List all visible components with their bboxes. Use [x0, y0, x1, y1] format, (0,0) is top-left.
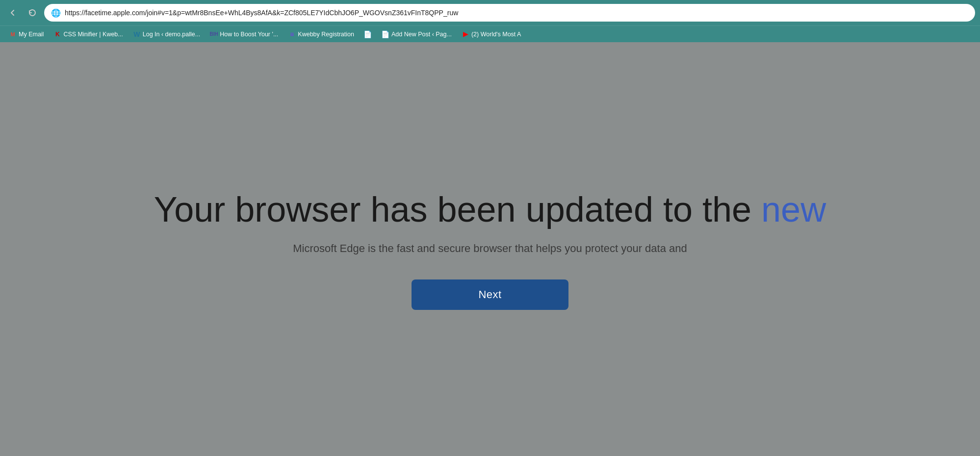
next-button[interactable]: Next: [412, 279, 568, 310]
headline-new-word: new: [761, 190, 826, 229]
refresh-button[interactable]: [25, 5, 40, 21]
browser-chrome: 🌐 M My Email K CSS Minifier | Kweb... W …: [0, 0, 980, 42]
bookmark-label: My Email: [19, 31, 44, 38]
main-content: Your browser has been updated to the new…: [0, 42, 980, 456]
bookmark-kwebby-registration[interactable]: ≡ Kwebby Registration: [284, 29, 358, 40]
bookmarks-bar: M My Email K CSS Minifier | Kweb... W Lo…: [0, 25, 980, 42]
bookmark-label: How to Boost Your '...: [220, 31, 278, 38]
bookmark-label: Add New Post ‹ Pag...: [391, 31, 452, 38]
bookmark-doc1[interactable]: 📄: [360, 29, 376, 40]
kwebby-k-icon: K: [53, 30, 61, 38]
globe-icon: 🌐: [51, 8, 61, 18]
address-bar[interactable]: [65, 9, 968, 17]
headline: Your browser has been updated to the new: [154, 188, 826, 230]
bookmark-how-to-boost[interactable]: BIH How to Boost Your '...: [206, 29, 282, 40]
nav-bar: 🌐: [0, 0, 980, 25]
subtitle: Microsoft Edge is the fast and secure br…: [293, 242, 687, 255]
youtube-icon: ▶: [462, 30, 469, 38]
document-icon-2: 📄: [382, 30, 389, 38]
gmail-icon: M: [9, 30, 17, 38]
bookmark-label: Kwebby Registration: [298, 31, 354, 38]
back-button[interactable]: [5, 5, 21, 21]
bookmark-add-new-post[interactable]: 📄 Add New Post ‹ Pag...: [378, 29, 456, 40]
bookmark-label: (2) World's Most A: [471, 31, 521, 38]
document-icon-1: 📄: [364, 30, 372, 38]
bookmark-label: Log In ‹ demo.palle...: [143, 31, 200, 38]
bookmark-css-minifier[interactable]: K CSS Minifier | Kweb...: [50, 29, 127, 40]
bih-icon: BIH: [210, 30, 218, 38]
kwebby-list-icon: ≡: [288, 30, 296, 38]
address-bar-container[interactable]: 🌐: [44, 4, 975, 22]
bookmark-my-email[interactable]: M My Email: [5, 29, 48, 40]
bookmark-youtube[interactable]: ▶ (2) World's Most A: [458, 29, 525, 40]
headline-part1: Your browser has been updated to the: [154, 190, 761, 229]
wordpress-icon: W: [133, 30, 141, 38]
bookmark-login-demo[interactable]: W Log In ‹ demo.palle...: [129, 29, 204, 40]
headline-container: Your browser has been updated to the new: [154, 188, 826, 230]
bookmark-label: CSS Minifier | Kweb...: [63, 31, 123, 38]
